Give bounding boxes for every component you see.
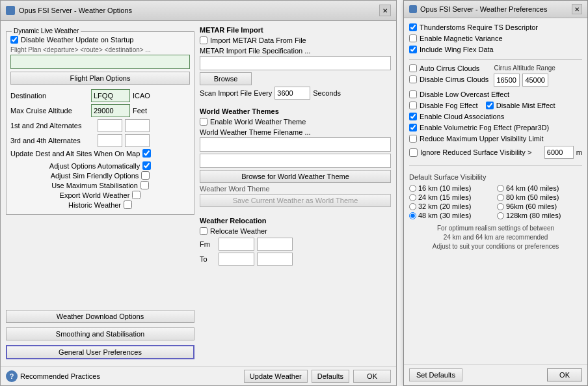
options-section: Adjust Options Automatically Adjust Sim …	[10, 161, 190, 209]
use-max-stab-checkbox[interactable]	[140, 181, 149, 189]
wing-flex-row: Include Wing Flex Data	[409, 46, 582, 53]
cirrus-right: Cirrus Altitude Range	[494, 64, 555, 87]
general-prefs-button[interactable]: General User Preferences	[6, 345, 194, 359]
historic-checkbox[interactable]	[124, 200, 132, 209]
reduce-vis-checkbox[interactable]	[409, 135, 417, 143]
adjust-sim-checkbox[interactable]	[141, 171, 150, 180]
disable-weather-checkbox[interactable]	[10, 36, 18, 44]
dynamic-weather-group: Dynamic Live Weather Disable Weather Upd…	[6, 31, 194, 215]
alt2-input[interactable]	[125, 119, 150, 132]
alt34-label: 3rd and 4th Alternates	[10, 137, 95, 145]
pref-ok-button[interactable]: OK	[547, 368, 582, 381]
radio-24km-label: 24 km (15 miles)	[418, 193, 471, 201]
disable-mist-checkbox[interactable]	[486, 102, 494, 109]
to-input1[interactable]	[219, 253, 254, 266]
browse-world-button[interactable]: Browse for World Weather Theme	[200, 170, 391, 183]
relocation-title: Weather Relocation	[200, 217, 391, 225]
main-window: Opus FSI Server - Weather Options ✕ Dyna…	[0, 0, 397, 386]
update-dest-label: Update Dest and Alt Sites When On Map	[10, 150, 140, 158]
import-metar-checkbox[interactable]	[200, 36, 207, 44]
pref-title-bar: Opus FSI Server - Weather Preferences ✕	[404, 1, 587, 18]
to-input2[interactable]	[257, 253, 293, 266]
set-defaults-button[interactable]: Set Defaults	[409, 368, 462, 381]
radio-24km-input[interactable]	[409, 194, 416, 201]
vis-unit: m	[576, 148, 582, 156]
disable-weather-label: Disable Weather Update on Startup	[21, 36, 133, 44]
realism-line3: Adjust to suit your conditions or prefer…	[433, 243, 559, 250]
vis-input[interactable]	[544, 146, 574, 159]
smoothing-button[interactable]: Smoothing and Stabilisation	[6, 327, 194, 340]
radio-80km-input[interactable]	[497, 194, 504, 201]
enable-world-theme-label: Enable World Weather Theme	[210, 118, 306, 126]
relocate-weather-checkbox[interactable]	[200, 227, 207, 235]
pref-close-button[interactable]: ✕	[572, 4, 582, 14]
radio-80km-label: 80 km (50 miles)	[506, 193, 559, 201]
defaults-button[interactable]: Defaults	[312, 370, 349, 383]
ignore-reduced-checkbox[interactable]	[409, 148, 418, 157]
max-cruise-row: Max Cruise Altitude Feet	[10, 104, 190, 117]
from-input1[interactable]	[219, 238, 254, 251]
divider1	[409, 59, 582, 60]
adjust-sim-label: Adjust Sim Friendly Options	[51, 172, 139, 180]
update-dest-checkbox[interactable]	[142, 149, 151, 158]
auto-cirrus-checkbox[interactable]	[409, 64, 417, 72]
thunderstorms-row: Thunderstoms Require TS Descriptor	[409, 23, 582, 31]
cirrus-section: Auto Cirrus Clouds Disable Cirrus Clouds…	[409, 64, 582, 87]
to-label: To	[200, 255, 216, 263]
cirrus-min-input[interactable]	[494, 74, 520, 87]
update-weather-button[interactable]: Update Weather	[244, 370, 308, 383]
enable-vol-fog-checkbox[interactable]	[409, 124, 417, 131]
wing-flex-checkbox[interactable]	[409, 46, 417, 53]
use-max-stab-label: Use Maximum Stabilisation	[51, 182, 138, 189]
radio-64km-input[interactable]	[497, 185, 504, 192]
disable-low-overcast-checkbox[interactable]	[409, 90, 417, 98]
world-theme-filename-input[interactable]	[200, 137, 391, 152]
help-icon[interactable]: ?	[6, 370, 18, 382]
max-cruise-input[interactable]	[91, 104, 130, 117]
main-close-button[interactable]: ✕	[379, 5, 391, 16]
world-weather-title: World Weather Themes	[200, 107, 391, 115]
feet-label: Feet	[133, 107, 147, 115]
enable-cloud-checkbox[interactable]	[409, 113, 417, 120]
magnetic-label: Enable Magnetic Variance	[420, 34, 503, 42]
alt1-input[interactable]	[98, 119, 122, 132]
alt34-row: 3rd and 4th Alternates	[10, 134, 190, 147]
destination-row: Destination ICAO	[10, 89, 190, 102]
disable-low-overcast-row: Disable Low Overcast Effect	[409, 90, 582, 98]
radio-64km-label: 64 km (40 miles)	[506, 184, 559, 192]
browse-button[interactable]: Browse	[200, 72, 252, 85]
main-title: Opus FSI Server - Weather Options	[19, 7, 132, 14]
disable-cirrus-checkbox[interactable]	[409, 76, 417, 83]
adjust-auto-row: Adjust Options Automatically	[10, 161, 190, 170]
destination-input[interactable]	[91, 89, 130, 102]
magnetic-checkbox[interactable]	[409, 34, 417, 42]
radio-128km-input[interactable]	[497, 212, 504, 219]
from-input2[interactable]	[257, 238, 293, 251]
alt4-input[interactable]	[125, 134, 150, 147]
radio-32km-input[interactable]	[409, 203, 416, 210]
enable-world-theme-row: Enable World Weather Theme	[200, 118, 391, 126]
scan-input[interactable]	[274, 87, 310, 100]
thunderstorms-checkbox[interactable]	[409, 23, 417, 31]
alt3-input[interactable]	[98, 134, 122, 147]
relocate-weather-row: Relocate Weather	[200, 227, 391, 235]
enable-cloud-row: Enable Cloud Associations	[409, 113, 582, 120]
world-theme-input2[interactable]	[200, 154, 391, 168]
radio-16km-input[interactable]	[409, 185, 416, 192]
disable-fog-checkbox[interactable]	[409, 102, 417, 109]
disable-low-overcast-label: Disable Low Overcast Effect	[420, 90, 509, 98]
flight-plan-options-button[interactable]: Flight Plan Options	[10, 72, 190, 85]
radio-48km-input[interactable]	[409, 212, 416, 219]
flight-plan-input[interactable]: LFMN OKTE6A GIPNO UM733 BULOL UZ12 PIB	[10, 55, 190, 69]
weather-download-button[interactable]: Weather Download Options	[6, 310, 194, 323]
ok-button[interactable]: OK	[353, 370, 391, 383]
radio-64km: 64 km (40 miles)	[497, 184, 582, 192]
radio-128km: 128km (80 miles)	[497, 212, 582, 219]
enable-world-theme-checkbox[interactable]	[200, 118, 207, 126]
export-world-checkbox[interactable]	[132, 191, 140, 199]
metar-spec-label: METAR Import File Specification ...	[200, 47, 391, 55]
adjust-auto-checkbox[interactable]	[142, 161, 151, 170]
radio-96km-input[interactable]	[497, 203, 504, 210]
cirrus-max-input[interactable]	[522, 74, 548, 87]
metar-spec-input[interactable]	[200, 56, 391, 70]
